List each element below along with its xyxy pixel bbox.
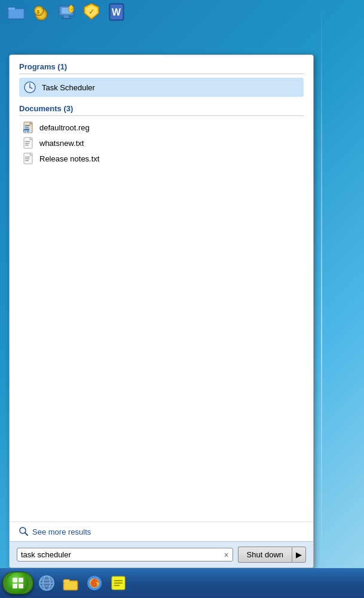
- task-scheduler-item[interactable]: Task Scheduler: [19, 78, 304, 97]
- quick-launch-folder[interactable]: [6, 2, 26, 22]
- desktop: $ ✓ ✓: [0, 0, 364, 598]
- reg-file-icon: REG: [23, 121, 35, 133]
- shutdown-arrow-button[interactable]: ▶: [292, 547, 306, 563]
- documents-section: Documents (3) REG: [19, 104, 304, 166]
- programs-header: Programs (1): [19, 62, 304, 74]
- top-icon-bar: $ ✓ ✓: [0, 0, 364, 24]
- sticky-notes-icon: [110, 575, 127, 591]
- programs-section: Programs (1) Task Scheduler: [19, 62, 304, 97]
- shutdown-arrow-icon: ▶: [296, 550, 302, 559]
- svg-text:✓: ✓: [88, 8, 94, 16]
- see-more-label: See more results: [32, 527, 91, 536]
- taskbar: [0, 568, 364, 598]
- menu-content: Programs (1) Task Scheduler: [10, 55, 313, 521]
- svg-rect-39: [25, 157, 30, 157]
- svg-text:✓: ✓: [71, 7, 75, 12]
- start-button[interactable]: [2, 572, 33, 594]
- svg-rect-28: [25, 127, 29, 128]
- clear-search-button[interactable]: ×: [224, 551, 228, 559]
- svg-rect-46: [13, 584, 17, 588]
- defaultroot-reg-label: defaultroot.reg: [39, 123, 90, 132]
- taskbar-explorer-icon[interactable]: [60, 572, 81, 594]
- task-scheduler-label: Task Scheduler: [42, 83, 95, 92]
- svg-line-43: [25, 533, 27, 535]
- start-orb: [7, 572, 29, 594]
- search-input[interactable]: [21, 550, 221, 559]
- ie-browser-icon: [38, 575, 55, 591]
- documents-header: Documents (3): [19, 104, 304, 116]
- svg-text:REG: REG: [24, 130, 30, 133]
- taskbar-sticky-notes-icon[interactable]: [108, 572, 129, 594]
- folder-explorer-icon: [62, 575, 79, 591]
- svg-rect-41: [25, 160, 29, 161]
- search-icon: [19, 527, 29, 536]
- see-more-results[interactable]: See more results: [10, 521, 313, 541]
- taskbar-ie-icon[interactable]: [36, 572, 57, 594]
- defaultroot-reg-item[interactable]: REG defaultroot.reg: [19, 120, 304, 135]
- svg-rect-36: [25, 145, 29, 145]
- svg-rect-2: [9, 10, 23, 18]
- svg-rect-11: [62, 18, 71, 19]
- shutdown-group: Shut down ▶: [238, 547, 306, 563]
- quick-launch-network[interactable]: ✓: [56, 2, 77, 22]
- desktop-accent: [321, 0, 322, 568]
- svg-rect-27: [25, 125, 30, 126]
- shutdown-button[interactable]: Shut down: [238, 547, 292, 563]
- svg-rect-47: [19, 584, 23, 588]
- quick-launch-coins[interactable]: $: [31, 2, 51, 22]
- svg-rect-56: [65, 582, 77, 589]
- txt-file-icon-1: [23, 137, 35, 149]
- menu-bottom-bar: × Shut down ▶: [10, 541, 313, 568]
- whatsnew-txt-item[interactable]: whatsnew.txt: [19, 135, 304, 151]
- svg-text:$: $: [37, 10, 39, 14]
- quick-launch-word[interactable]: W: [106, 2, 127, 22]
- release-notes-txt-label: Release notes.txt: [39, 154, 99, 163]
- windows-logo-icon: [11, 576, 25, 590]
- svg-rect-10: [64, 16, 69, 18]
- svg-point-24: [29, 87, 30, 88]
- quick-launch-security[interactable]: ✓: [81, 2, 102, 22]
- taskbar-firefox-icon[interactable]: [84, 572, 105, 594]
- svg-rect-34: [25, 141, 30, 142]
- release-notes-txt-item[interactable]: Release notes.txt: [19, 151, 304, 166]
- whatsnew-txt-label: whatsnew.txt: [39, 139, 84, 148]
- svg-rect-45: [19, 578, 23, 582]
- svg-rect-40: [25, 158, 29, 159]
- svg-rect-44: [13, 578, 17, 582]
- svg-text:W: W: [112, 7, 121, 17]
- svg-rect-35: [25, 143, 29, 144]
- firefox-browser-icon: [86, 575, 103, 591]
- task-scheduler-icon: [23, 80, 37, 94]
- search-box[interactable]: ×: [17, 548, 233, 562]
- txt-file-icon-2: [23, 152, 35, 164]
- svg-point-53: [39, 576, 54, 590]
- start-menu: Programs (1) Task Scheduler: [9, 54, 314, 568]
